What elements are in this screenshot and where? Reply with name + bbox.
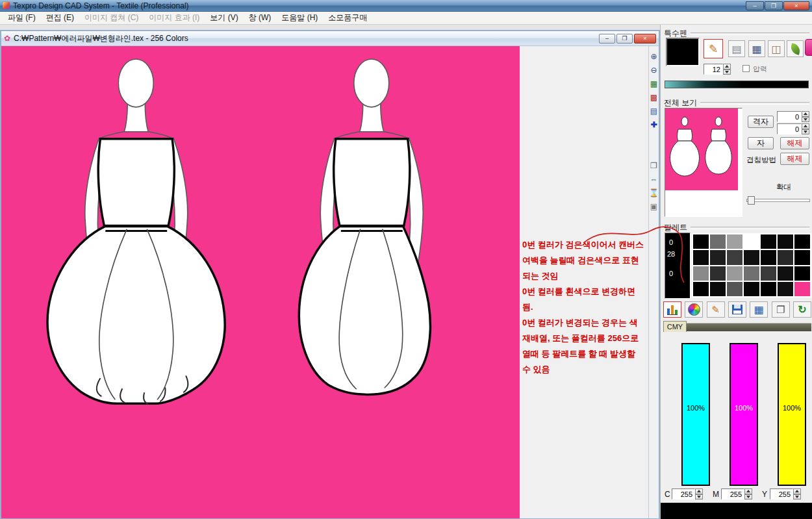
pen-gradient-slider[interactable] — [665, 81, 809, 88]
spin-up-icon[interactable] — [744, 488, 752, 494]
spin-up-icon[interactable] — [793, 488, 801, 494]
palette-swatch[interactable] — [727, 266, 742, 281]
menu-purchase[interactable]: 소모품구매 — [323, 12, 372, 24]
leaf-tool-button[interactable] — [787, 40, 804, 57]
mirror-icon[interactable]: ⇔ — [649, 173, 659, 186]
repeat-icon[interactable]: ▤ — [649, 105, 659, 118]
zoom-out-icon[interactable]: ⊖ — [649, 64, 659, 77]
y-value[interactable]: 255 — [770, 488, 793, 500]
maximize-button[interactable]: ❐ — [765, 1, 783, 10]
pen-size-value[interactable]: 12 — [704, 64, 723, 75]
m-value[interactable]: 255 — [721, 488, 744, 500]
palette-swatch-pink[interactable] — [794, 282, 810, 296]
palette-swatch[interactable] — [761, 250, 776, 264]
palette-swatch[interactable] — [778, 234, 793, 249]
ruler-toggle-button[interactable]: 자 — [748, 137, 774, 149]
release-button[interactable]: 해제 — [780, 137, 809, 149]
minimize-button[interactable]: – — [746, 1, 764, 10]
close-button[interactable]: × — [783, 1, 809, 10]
zoom-slider-track[interactable] — [746, 199, 810, 202]
grid-tool-button[interactable]: ▦ — [748, 40, 765, 57]
document-close-button[interactable]: × — [634, 34, 656, 44]
palette-swatch[interactable] — [794, 266, 810, 281]
y-value-spinner[interactable]: 255 — [770, 488, 801, 500]
c-value[interactable]: 255 — [672, 488, 695, 500]
palette-refresh-button[interactable]: ↻ — [793, 301, 811, 318]
spin-down-icon[interactable] — [695, 494, 703, 500]
palette-swatch[interactable] — [710, 282, 726, 296]
spin-down-icon[interactable] — [802, 129, 809, 135]
menu-view[interactable]: 보기 (V) — [205, 12, 243, 24]
yellow-ramp[interactable]: 100% — [778, 343, 806, 486]
palette-swatch[interactable] — [693, 234, 709, 249]
palette-swatch[interactable] — [727, 250, 742, 264]
grid-icon[interactable]: ▦ — [649, 77, 659, 91]
palette-swatch[interactable] — [794, 234, 810, 249]
color-wheel-button[interactable] — [685, 301, 703, 318]
pen-tool-button[interactable]: ✎ — [704, 39, 723, 58]
tab-cmy[interactable]: CMY — [663, 321, 687, 332]
cyan-ramp[interactable]: 100% — [681, 343, 710, 486]
hourglass-icon[interactable]: ⌛ — [649, 186, 659, 200]
palette-swatch[interactable] — [710, 250, 726, 264]
magenta-ramp[interactable]: 100% — [730, 343, 758, 486]
document-restore-button[interactable]: ❐ — [616, 34, 633, 44]
palette-swatch[interactable] — [778, 266, 793, 281]
zoom-slider-thumb[interactable] — [748, 196, 755, 205]
palette-swatch[interactable] — [693, 282, 709, 296]
overview-spin-top-arrows[interactable] — [802, 111, 809, 122]
palette-swatch[interactable] — [794, 250, 810, 264]
palette-swatch[interactable] — [693, 266, 709, 281]
overview-spin-bottom-arrows[interactable] — [802, 123, 809, 134]
menu-window[interactable]: 창 (W) — [244, 12, 277, 24]
palette-copy-button[interactable]: ❐ — [772, 301, 790, 318]
palette-swatch[interactable] — [761, 234, 776, 249]
menu-help[interactable]: 도움말 (H) — [276, 12, 323, 24]
y-spin-arrows[interactable] — [793, 488, 801, 500]
m-value-spinner[interactable]: 255 — [721, 488, 752, 500]
palette-save-button[interactable] — [728, 301, 746, 318]
paste-tool-button[interactable]: ▤ — [728, 40, 745, 57]
palette-swatch[interactable] — [710, 266, 726, 281]
document-minimize-button[interactable]: – — [599, 34, 615, 44]
palette-swatch[interactable] — [744, 250, 759, 264]
tile-icon[interactable]: ❐ — [649, 159, 659, 173]
pen-color-swatch[interactable] — [666, 38, 700, 66]
zoom-in-icon[interactable]: ⊕ — [649, 50, 659, 64]
spin-up-icon[interactable] — [802, 123, 809, 129]
palette-swatch[interactable] — [744, 266, 759, 281]
histogram-button[interactable] — [663, 301, 681, 318]
spin-down-icon[interactable] — [793, 494, 801, 500]
overview-thumbnail[interactable] — [665, 108, 742, 217]
overview-spin-bottom-value[interactable]: 0 — [777, 123, 802, 134]
document-titlebar[interactable]: ✿ C:₩Pattern₩에러파일₩변형라인.tex - 256 Colors … — [1, 31, 659, 46]
palette-swatch[interactable] — [693, 250, 709, 264]
menu-file[interactable]: 파일 (F) — [3, 12, 41, 24]
menu-edit[interactable]: 편집 (E) — [41, 12, 79, 24]
c-value-spinner[interactable]: 255 — [672, 488, 703, 500]
lock-icon[interactable]: ▣ — [649, 200, 659, 214]
palette-swatch[interactable] — [778, 250, 793, 264]
grid-toggle-button[interactable]: 격자 — [748, 116, 774, 128]
spin-up-icon[interactable] — [723, 64, 731, 70]
palette-swatch[interactable] — [761, 282, 776, 296]
eraser-tool-button[interactable]: ◫ — [768, 40, 785, 57]
palette-edit-button[interactable]: ✎ — [707, 301, 725, 318]
overview-spinner-bottom[interactable]: 0 — [777, 123, 809, 134]
pink-tool-button[interactable] — [805, 39, 812, 56]
palette-swatch[interactable] — [727, 282, 742, 296]
pen-size-arrows[interactable] — [723, 64, 731, 75]
palette-swatch[interactable] — [761, 266, 776, 281]
overview-spin-top-value[interactable]: 0 — [777, 111, 802, 122]
move-icon[interactable]: ✚ — [649, 118, 659, 132]
pressure-checkbox[interactable] — [742, 65, 750, 72]
spin-down-icon[interactable] — [802, 117, 809, 123]
palette-swatch[interactable] — [778, 282, 793, 296]
palette-swatch[interactable] — [710, 234, 726, 249]
m-spin-arrows[interactable] — [744, 488, 752, 500]
overlap-release-button[interactable]: 해제 — [780, 153, 809, 165]
spin-up-icon[interactable] — [695, 488, 703, 494]
spin-down-icon[interactable] — [723, 70, 731, 75]
overview-spinner-top[interactable]: 0 — [777, 111, 809, 122]
pen-size-spinner[interactable]: 12 — [704, 64, 731, 75]
